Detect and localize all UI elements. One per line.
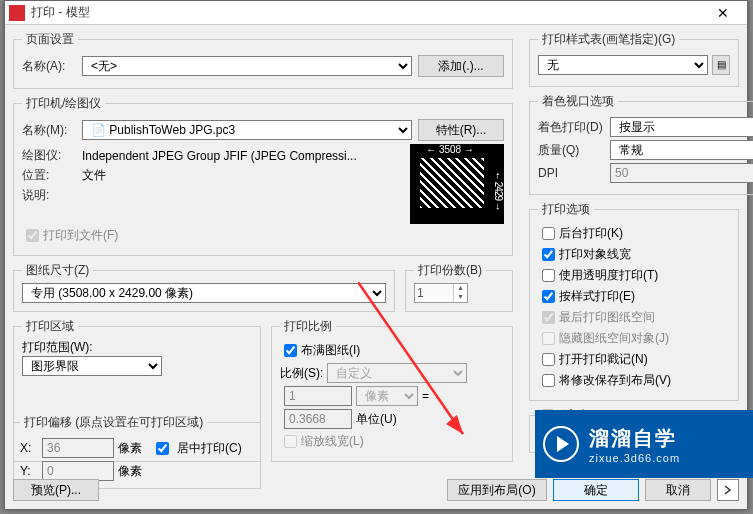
watermark-overlay: 溜溜自学 zixue.3d66.com xyxy=(535,410,753,478)
watermark-url: zixue.3d66.com xyxy=(589,452,680,464)
dpi-input xyxy=(610,163,753,183)
ok-button[interactable]: 确定 xyxy=(553,479,639,501)
x-label: X: xyxy=(20,441,38,455)
print-option-4: 最后打印图纸空间 xyxy=(538,308,730,327)
print-option-5: 隐藏图纸空间对象(J) xyxy=(538,329,730,348)
center-plot-label[interactable]: 居中打印(C) xyxy=(177,440,242,457)
plot-style-group: 打印样式表(画笔指定)(G) 无 ▤ xyxy=(529,31,739,87)
print-option-label-7: 将修改保存到布局(V) xyxy=(559,372,671,389)
watermark-text: 溜溜自学 xyxy=(589,425,680,452)
plot-style-select[interactable]: 无 xyxy=(538,55,708,75)
print-option-1[interactable]: 打印对象线宽 xyxy=(538,245,730,264)
plot-scale-group: 打印比例 布满图纸(I) 比例(S): 自定义 像素 xyxy=(271,318,513,462)
printer-name-label: 名称(M): xyxy=(22,122,82,139)
title-bar: 打印 - 模型 ✕ xyxy=(5,1,747,25)
quality-select[interactable]: 常规 xyxy=(610,140,753,160)
print-to-file-label: 打印到文件(F) xyxy=(43,227,118,244)
preview-height: ← 2429 → xyxy=(493,158,504,224)
print-option-7[interactable]: 将修改保存到布局(V) xyxy=(538,371,730,390)
print-option-label-2: 使用透明度打印(T) xyxy=(559,267,658,284)
scale-select: 自定义 xyxy=(327,363,467,383)
plot-what-select[interactable]: 图形界限 xyxy=(22,356,162,376)
print-option-3[interactable]: 按样式打印(E) xyxy=(538,287,730,306)
print-option-label-6: 打开打印戳记(N) xyxy=(559,351,648,368)
loc-value: 文件 xyxy=(82,167,106,184)
scale-lineweight-checkbox xyxy=(284,435,297,448)
shaded-viewport-group: 着色视口选项 着色打印(D) 按显示 质量(Q) 常规 DPI xyxy=(529,93,753,195)
scale-num1 xyxy=(284,386,352,406)
play-icon xyxy=(543,426,579,462)
print-options-legend: 打印选项 xyxy=(538,201,594,218)
page-name-select[interactable]: <无> xyxy=(82,56,412,76)
plot-style-legend: 打印样式表(画笔指定)(G) xyxy=(538,31,679,48)
equals-sign: = xyxy=(422,389,429,403)
print-option-checkbox-6[interactable] xyxy=(542,353,555,366)
plot-what-label: 打印范围(W): xyxy=(22,339,252,356)
scale-label: 比例(S): xyxy=(280,365,323,382)
print-option-label-1: 打印对象线宽 xyxy=(559,246,631,263)
shade-label: 着色打印(D) xyxy=(538,119,610,136)
close-button[interactable]: ✕ xyxy=(703,5,743,21)
paper-size-group: 图纸尺寸(Z) 专用 (3508.00 x 2429.00 像素) xyxy=(13,262,395,312)
page-setup-legend: 页面设置 xyxy=(22,31,78,48)
print-option-0[interactable]: 后台打印(K) xyxy=(538,224,730,243)
plot-scale-legend: 打印比例 xyxy=(280,318,336,335)
shade-select[interactable]: 按显示 xyxy=(610,117,753,137)
y-unit: 像素 xyxy=(118,463,142,480)
paper-size-legend: 图纸尺寸(Z) xyxy=(22,262,93,279)
quality-label: 质量(Q) xyxy=(538,142,610,159)
page-name-label: 名称(A): xyxy=(22,58,82,75)
center-plot-checkbox[interactable] xyxy=(156,442,169,455)
x-input xyxy=(42,438,114,458)
scale-num2 xyxy=(284,409,352,429)
print-option-label-3: 按样式打印(E) xyxy=(559,288,635,305)
preview-button[interactable]: 预览(P)... xyxy=(13,479,99,501)
printer-name-select[interactable]: 📄 PublishToWeb JPG.pc3 xyxy=(82,120,412,140)
print-option-checkbox-7[interactable] xyxy=(542,374,555,387)
print-option-checkbox-4 xyxy=(542,311,555,324)
window-title: 打印 - 模型 xyxy=(31,4,703,21)
print-option-2[interactable]: 使用透明度打印(T) xyxy=(538,266,730,285)
print-options-group: 打印选项 后台打印(K)打印对象线宽使用透明度打印(T)按样式打印(E)最后打印… xyxy=(529,201,739,401)
cancel-button[interactable]: 取消 xyxy=(645,479,711,501)
scale-unit2-label: 单位(U) xyxy=(356,411,397,428)
print-option-checkbox-1[interactable] xyxy=(542,248,555,261)
app-icon xyxy=(9,5,25,21)
shaded-viewport-legend: 着色视口选项 xyxy=(538,93,618,110)
print-option-checkbox-3[interactable] xyxy=(542,290,555,303)
apply-layout-button[interactable]: 应用到布局(O) xyxy=(447,479,547,501)
scale-lineweight-label: 缩放线宽(L) xyxy=(301,433,364,450)
loc-label: 位置: xyxy=(22,167,82,184)
copies-group: 打印份数(B) ▲▼ xyxy=(405,262,513,312)
scale-unit-select: 像素 xyxy=(356,386,418,406)
print-option-checkbox-2[interactable] xyxy=(542,269,555,282)
expand-button[interactable] xyxy=(717,479,739,501)
print-option-label-5: 隐藏图纸空间对象(J) xyxy=(559,330,669,347)
preview-width: ← 3508 → xyxy=(410,144,490,155)
print-option-label-4: 最后打印图纸空间 xyxy=(559,309,655,326)
copies-spinner[interactable]: ▲▼ xyxy=(414,283,468,303)
plot-offset-legend: 打印偏移 (原点设置在可打印区域) xyxy=(20,414,207,431)
copies-input xyxy=(415,284,453,302)
printer-props-button[interactable]: 特性(R)... xyxy=(418,119,504,141)
plot-area-legend: 打印区域 xyxy=(22,318,78,335)
add-page-setup-button[interactable]: 添加(.)... xyxy=(418,55,504,77)
print-option-label-0: 后台打印(K) xyxy=(559,225,623,242)
desc-label: 说明: xyxy=(22,187,82,204)
print-to-file-checkbox xyxy=(26,229,39,242)
print-option-checkbox-5 xyxy=(542,332,555,345)
print-option-checkbox-0[interactable] xyxy=(542,227,555,240)
fit-paper-checkbox[interactable] xyxy=(284,344,297,357)
dpi-label: DPI xyxy=(538,166,610,180)
x-unit: 像素 xyxy=(118,440,142,457)
print-option-6[interactable]: 打开打印戳记(N) xyxy=(538,350,730,369)
fit-paper-label[interactable]: 布满图纸(I) xyxy=(301,342,360,359)
printer-group: 打印机/绘图仪 名称(M): 📄 PublishToWeb JPG.pc3 /*… xyxy=(13,95,513,256)
plot-style-edit-icon[interactable]: ▤ xyxy=(712,55,730,75)
page-setup-group: 页面设置 名称(A): <无> 添加(.)... xyxy=(13,31,513,89)
printer-legend: 打印机/绘图仪 xyxy=(22,95,105,112)
y-input xyxy=(42,461,114,481)
plotter-label: 绘图仪: xyxy=(22,147,82,164)
y-label: Y: xyxy=(20,464,38,478)
paper-size-select[interactable]: 专用 (3508.00 x 2429.00 像素) xyxy=(22,283,386,303)
